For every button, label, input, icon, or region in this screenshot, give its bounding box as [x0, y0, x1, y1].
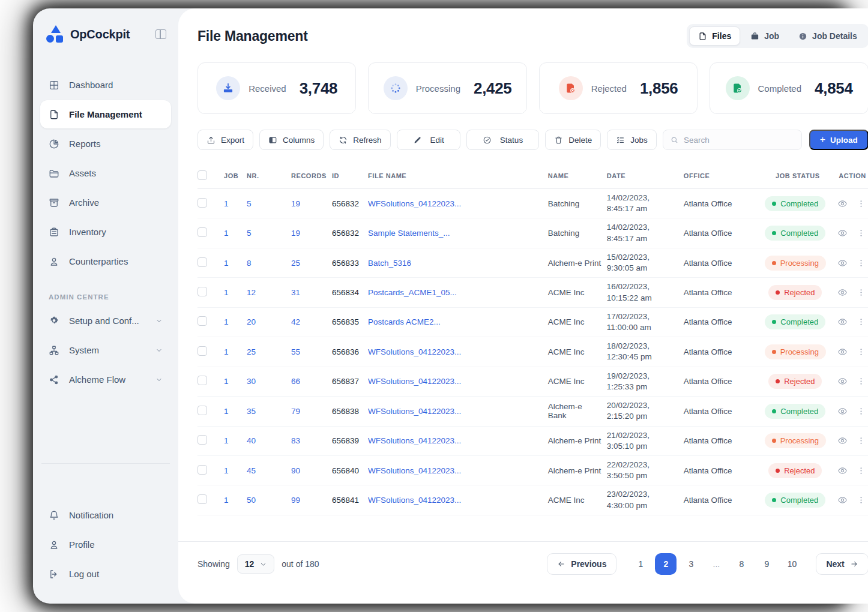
sidebar-item-notification[interactable]: Notification — [40, 501, 171, 529]
row-menu-kebab-icon[interactable] — [856, 347, 866, 357]
file-name-link[interactable]: Sample Statements_... — [368, 229, 548, 238]
jobs-button[interactable]: Jobs — [607, 130, 657, 150]
refresh-button[interactable]: Refresh — [330, 130, 390, 150]
view-eye-icon[interactable] — [837, 376, 848, 386]
file-name-link[interactable]: Postcards ACME2... — [368, 317, 548, 326]
file-name-link[interactable]: WFSolutions_04122023... — [368, 466, 548, 475]
sidebar-item-inventory[interactable]: Inventory — [40, 218, 171, 246]
view-eye-icon[interactable] — [837, 199, 848, 209]
search-input[interactable] — [684, 136, 794, 145]
file-name-link[interactable]: WFSolutions_04122023... — [368, 496, 548, 505]
file-name-link[interactable]: WFSolutions_04122023... — [368, 407, 548, 416]
job-link[interactable]: 1 — [224, 229, 247, 238]
nr-link[interactable]: 8 — [247, 259, 291, 268]
view-eye-icon[interactable] — [837, 406, 848, 416]
sidebar-collapse-icon[interactable] — [155, 29, 166, 39]
page-number-button[interactable]: 3 — [680, 553, 702, 575]
page-size-select[interactable]: 12 — [237, 554, 275, 574]
row-menu-kebab-icon[interactable] — [856, 199, 866, 209]
tab-job[interactable]: Job — [741, 26, 788, 46]
nr-link[interactable]: 25 — [247, 347, 291, 356]
records-link[interactable]: 19 — [291, 199, 332, 208]
job-link[interactable]: 1 — [224, 436, 247, 445]
row-checkbox[interactable] — [197, 316, 207, 326]
job-link[interactable]: 1 — [224, 407, 247, 416]
nr-link[interactable]: 45 — [247, 466, 291, 475]
next-page-button[interactable]: Next — [816, 553, 868, 575]
page-number-button[interactable]: 10 — [781, 553, 803, 575]
row-menu-kebab-icon[interactable] — [856, 466, 866, 476]
view-eye-icon[interactable] — [837, 258, 848, 268]
records-link[interactable]: 79 — [291, 407, 332, 416]
records-link[interactable]: 99 — [291, 496, 332, 505]
sidebar-item-profile[interactable]: Profile — [40, 530, 171, 559]
tab-job-details[interactable]: Job Details — [789, 26, 866, 46]
nr-link[interactable]: 30 — [247, 377, 291, 386]
job-link[interactable]: 1 — [224, 466, 247, 475]
nr-link[interactable]: 20 — [247, 317, 291, 326]
row-checkbox[interactable] — [197, 198, 207, 208]
page-number-button[interactable]: 8 — [731, 553, 752, 575]
nr-link[interactable]: 50 — [247, 496, 291, 505]
job-link[interactable]: 1 — [224, 496, 247, 505]
tab-files[interactable]: Files — [689, 26, 740, 46]
records-link[interactable]: 90 — [291, 466, 332, 475]
file-name-link[interactable]: Batch_5316 — [368, 259, 548, 268]
records-link[interactable]: 55 — [291, 347, 332, 356]
row-menu-kebab-icon[interactable] — [856, 258, 866, 268]
row-checkbox[interactable] — [197, 406, 207, 415]
records-link[interactable]: 66 — [291, 377, 332, 386]
sidebar-item-file-management[interactable]: File Management — [40, 100, 171, 128]
file-name-link[interactable]: WFSolutions_04122023... — [368, 377, 548, 386]
page-number-button[interactable]: 1 — [630, 553, 651, 575]
row-menu-kebab-icon[interactable] — [856, 317, 866, 327]
previous-page-button[interactable]: Previous — [547, 553, 616, 575]
view-eye-icon[interactable] — [837, 436, 848, 446]
export-button[interactable]: Export — [197, 130, 253, 150]
sidebar-item-logout[interactable]: Log out — [40, 560, 171, 588]
row-checkbox[interactable] — [197, 465, 207, 475]
columns-button[interactable]: Columns — [259, 130, 324, 150]
nr-link[interactable]: 5 — [247, 199, 291, 208]
records-link[interactable]: 25 — [291, 259, 332, 268]
sidebar-item-reports[interactable]: Reports — [40, 130, 171, 158]
view-eye-icon[interactable] — [837, 287, 848, 298]
nr-link[interactable]: 35 — [247, 407, 291, 416]
row-checkbox[interactable] — [197, 287, 207, 296]
file-name-link[interactable]: WFSolutions_04122023... — [368, 436, 548, 445]
sidebar-item-system[interactable]: System — [40, 336, 171, 364]
row-menu-kebab-icon[interactable] — [856, 228, 866, 238]
records-link[interactable]: 42 — [291, 317, 332, 326]
view-eye-icon[interactable] — [837, 317, 848, 327]
status-button[interactable]: Status — [466, 130, 539, 150]
delete-button[interactable]: Delete — [545, 130, 601, 150]
records-link[interactable]: 83 — [291, 436, 332, 445]
page-number-button[interactable]: 9 — [756, 553, 777, 575]
view-eye-icon[interactable] — [837, 495, 848, 505]
sidebar-item-assets[interactable]: Assets — [40, 159, 171, 187]
records-link[interactable]: 19 — [291, 229, 332, 238]
row-checkbox[interactable] — [197, 494, 207, 504]
job-link[interactable]: 1 — [224, 259, 247, 268]
sidebar-item-dashboard[interactable]: Dashboard — [40, 71, 171, 99]
upload-button[interactable]: + Upload — [809, 130, 868, 150]
select-all-checkbox[interactable] — [197, 170, 207, 180]
sidebar-item-archive[interactable]: Archive — [40, 188, 171, 217]
view-eye-icon[interactable] — [837, 347, 848, 357]
nr-link[interactable]: 12 — [247, 288, 291, 297]
nr-link[interactable]: 40 — [247, 436, 291, 445]
row-checkbox[interactable] — [197, 346, 207, 356]
edit-button[interactable]: Edit — [397, 130, 460, 150]
row-checkbox[interactable] — [197, 257, 207, 267]
file-name-link[interactable]: WFSolutions_04122023... — [368, 347, 548, 356]
row-checkbox[interactable] — [197, 227, 207, 237]
file-name-link[interactable]: WFSolutions_04122023... — [368, 199, 548, 208]
nr-link[interactable]: 5 — [247, 229, 291, 238]
sidebar-item-alcheme-flow[interactable]: Alcheme Flow — [40, 365, 171, 394]
view-eye-icon[interactable] — [837, 228, 848, 238]
file-name-link[interactable]: Postcards_ACME1_05... — [368, 288, 548, 297]
sidebar-item-counterparties[interactable]: Counterparties — [40, 247, 171, 275]
sidebar-item-setup-and-config[interactable]: Setup and Conf... — [40, 307, 171, 335]
row-menu-kebab-icon[interactable] — [856, 376, 866, 386]
view-eye-icon[interactable] — [837, 466, 848, 476]
